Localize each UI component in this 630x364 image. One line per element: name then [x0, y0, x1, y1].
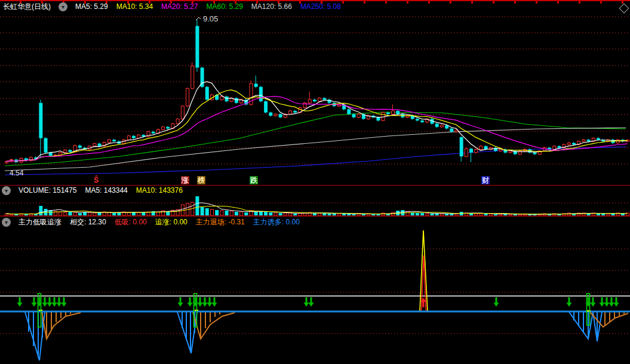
- indicator-value-label: 相交: 12.30: [70, 218, 106, 227]
- status-marker[interactable]: 财: [481, 176, 490, 184]
- indicator-value-label: MA250: 5.08: [300, 2, 341, 11]
- indicator-value-label: MA120: 5.66: [251, 2, 292, 11]
- indicator-chevron-down-icon[interactable]: ▾: [2, 218, 11, 227]
- indicator-value-label: MA10: 143376: [136, 186, 183, 195]
- indicator-value-label: 追涨: 0.00: [155, 218, 188, 227]
- sell-signal-arrow-down-icon: [304, 297, 309, 307]
- volume-chart[interactable]: [0, 196, 630, 217]
- sell-signal-arrow-down-icon: [198, 297, 203, 307]
- status-marker[interactable]: 榜: [197, 176, 205, 184]
- sell-signal-arrow-down-icon: [309, 297, 314, 307]
- sell-signal-arrow-down-icon: [178, 297, 183, 307]
- sell-signal-arrow-down-icon: [212, 297, 217, 307]
- stock-app-window: 长虹华意(日线) ▾ MA5: 5.29MA10: 5.34MA20: 5.27…: [0, 0, 630, 364]
- sell-signal-arrow-down-icon: [207, 297, 213, 307]
- sell-signal-arrow-down-icon: [567, 297, 572, 307]
- sell-signal-arrow-down-icon: [42, 297, 48, 307]
- candlestick-chart[interactable]: 9.054.54: [0, 13, 630, 176]
- indicator-value-label: MA5: 5.29: [75, 2, 108, 11]
- sell-signal-arrow-down-icon: [57, 297, 62, 307]
- indicator-value-label: MA60: 5.29: [206, 2, 242, 11]
- main-chart-header: 长虹华意(日线) ▾ MA5: 5.29MA10: 5.34MA20: 5.27…: [3, 2, 341, 11]
- volume-chevron-down-icon[interactable]: ▾: [2, 186, 11, 195]
- indicator-value-label: MA10: 5.34: [116, 2, 153, 11]
- sell-signal-arrow-down-icon: [47, 297, 53, 307]
- sell-signal-arrow-down-icon: [614, 297, 619, 307]
- chevron-down-icon[interactable]: ▾: [59, 2, 67, 11]
- sell-signal-arrow-down-icon: [604, 297, 610, 307]
- indicator-value-label: MA5: 143344: [85, 186, 127, 195]
- sell-signal-arrow-down-icon: [609, 297, 614, 307]
- indicator-header: ▾ 主力低吸追涨相交: 12.30低吸: 0.00追涨: 0.00主力退场: -…: [2, 218, 300, 227]
- status-marker-row: Ŝ涨榜跌财: [0, 176, 630, 185]
- sell-signal-arrow-down-icon: [494, 297, 499, 307]
- volume-header: ▾ VOLUME: 151475MA5: 143344MA10: 143376: [2, 186, 183, 195]
- volume-labels-row: VOLUME: 151475MA5: 143344MA10: 143376: [19, 186, 183, 195]
- indicator-value-label: VOLUME: 151475: [19, 186, 76, 195]
- indicator-value-label: 主力退场: -0.31: [196, 218, 245, 227]
- sell-signal-arrow-down-icon: [62, 297, 67, 307]
- sell-signal-arrow-down-icon: [17, 297, 23, 307]
- pane-separator: [0, 185, 630, 186]
- ma-labels-row: MA5: 5.29MA10: 5.34MA20: 5.27MA60: 5.29M…: [75, 2, 341, 11]
- peak-price-annotation: 9.05: [203, 14, 218, 23]
- sell-signal-arrow-down-icon: [202, 297, 208, 307]
- status-marker[interactable]: 涨: [181, 176, 189, 184]
- indicator-labels-row: 主力低吸追涨相交: 12.30低吸: 0.00追涨: 0.00主力退场: -0.…: [19, 218, 300, 227]
- low-price-label: 4.54: [10, 169, 24, 176]
- chart-title: 长虹华意(日线): [3, 2, 51, 11]
- indicator-value-label: 主力诱多: 0.00: [253, 218, 300, 227]
- indicator-value-label: 主力低吸追涨: [19, 218, 62, 227]
- sell-signal-arrow-down-icon: [188, 297, 193, 307]
- indicator-value-label: MA20: 5.27: [161, 2, 198, 11]
- sell-signal-arrow-down-icon: [600, 297, 605, 307]
- sell-signal-arrow-down-icon: [52, 297, 57, 307]
- status-marker[interactable]: 跌: [250, 176, 258, 184]
- sell-signal-arrow-down-icon: [591, 297, 596, 307]
- diamond-marker-icon[interactable]: [619, 4, 629, 14]
- sell-signal-arrow-down-icon: [32, 297, 37, 307]
- indicator-chart[interactable]: [0, 228, 630, 364]
- status-marker[interactable]: Ŝ: [93, 176, 99, 184]
- indicator-value-label: 低吸: 0.00: [115, 218, 147, 227]
